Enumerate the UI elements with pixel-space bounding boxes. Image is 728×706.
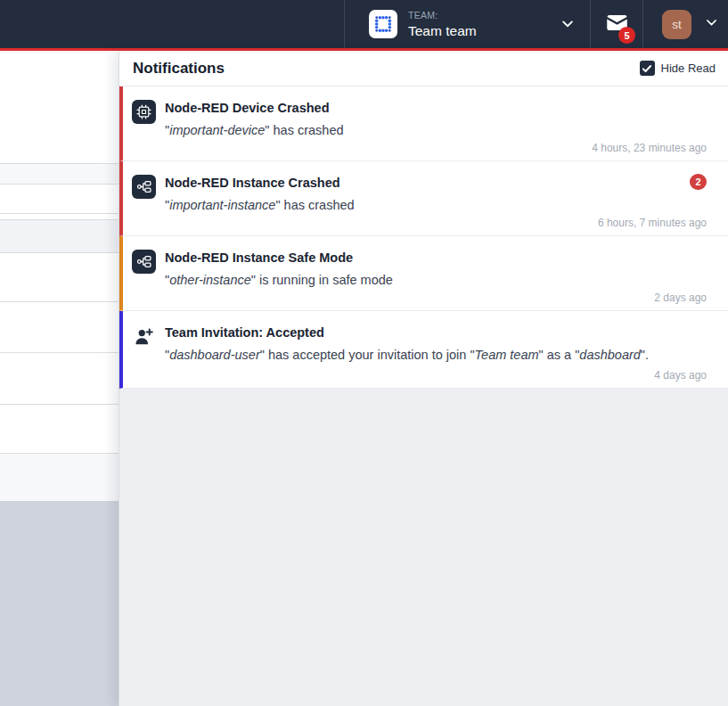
background-row-divider [0,453,119,454]
notification-timestamp: 4 days ago [165,369,707,382]
notification-timestamp: 2 days ago [165,291,707,304]
notification-title-row: Node-RED Instance Crashed2 [165,172,707,192]
hide-read-label: Hide Read [661,62,716,75]
background-table-row [0,163,119,184]
user-add-icon [132,324,156,349]
notification-title-row: Team Invitation: Accepted [165,322,707,341]
notification-list: Node-RED Device Crashed"important-device… [119,86,728,389]
device-icon [132,100,156,124]
background-row-divider [0,301,119,302]
background-row-divider [0,252,119,253]
team-kicker-label: TEAM: [408,10,477,21]
notifications-panel: Notifications Hide Read Node-RED Device … [119,51,728,706]
background-row-divider [0,163,119,164]
notification-message: "important-instance" has crashed [165,196,707,214]
notification-title: Node-RED Device Crashed [165,100,330,117]
team-selector[interactable]: TEAM: Team team [344,0,590,48]
notification-item[interactable]: Node-RED Instance Crashed2"important-ins… [119,161,728,236]
chevron-down-icon [560,16,576,32]
notification-timestamp: 6 hours, 7 minutes ago [165,217,707,229]
notification-title: Node-RED Instance Safe Mode [165,250,353,267]
notification-title: Node-RED Instance Crashed [165,175,340,192]
notification-content: Node-RED Instance Safe Mode"other-instan… [165,247,707,310]
notification-message: "other-instance" is running in safe mode [165,271,707,289]
notifications-header: Notifications Hide Read [119,51,728,86]
instance-icon [132,175,156,199]
top-navbar: TEAM: Team team 5 st [0,0,728,48]
notification-title: Team Invitation: Accepted [165,324,324,341]
user-menu[interactable]: st [642,0,728,48]
team-selector-labels: TEAM: Team team [408,10,477,39]
page-title: Notifications [133,60,640,78]
notification-content: Team Invitation: Accepted"dashboard-user… [165,322,707,388]
avatar: st [662,10,691,39]
notification-item[interactable]: Node-RED Device Crashed"important-device… [119,86,728,161]
notification-count-badge: 2 [690,174,707,190]
team-avatar-identicon [369,10,397,38]
background-placeholder-block [0,501,119,706]
notification-title-row: Node-RED Instance Safe Mode [165,247,707,267]
background-table-row [0,219,119,252]
notification-item[interactable]: Node-RED Instance Safe Mode"other-instan… [119,236,728,311]
background-row-divider [0,404,119,405]
instance-icon [132,250,156,274]
chevron-down-icon [704,15,719,34]
team-name-label: Team team [408,23,477,39]
notification-message: "dashboard-user" has accepted your invit… [165,346,707,364]
unread-count-badge: 5 [618,27,635,44]
notifications-inbox-button[interactable]: 5 [590,0,642,48]
background-row-divider [0,184,119,185]
background-row-divider [0,213,119,214]
navbar-spacer [0,0,344,48]
notification-message: "important-device" has crashed [165,121,707,139]
notification-content: Node-RED Device Crashed"important-device… [165,97,707,160]
notification-content: Node-RED Instance Crashed2"important-ins… [165,172,707,235]
background-page [0,51,119,706]
hide-read-checkbox[interactable] [640,61,655,76]
background-row-divider [0,352,119,353]
notification-title-row: Node-RED Device Crashed [165,97,707,117]
hide-read-toggle[interactable]: Hide Read [640,61,716,76]
background-table-row [0,453,119,501]
check-icon [642,63,652,74]
notification-item[interactable]: Team Invitation: Accepted"dashboard-user… [119,311,728,389]
background-row-divider [0,219,119,220]
notification-timestamp: 4 hours, 23 minutes ago [165,142,707,154]
